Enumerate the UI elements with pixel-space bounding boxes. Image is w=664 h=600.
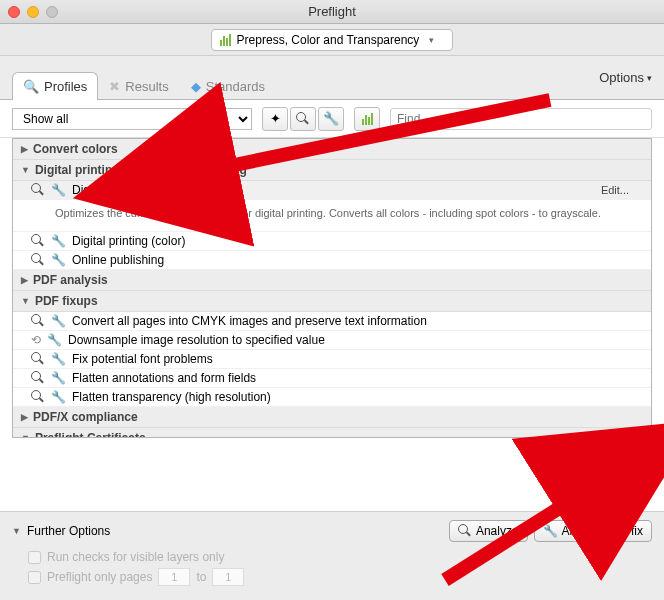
view-fixups-button[interactable]: 🔧 [318, 107, 344, 131]
item-label: Digital printing (B/W) [72, 183, 182, 197]
view-profiles-button[interactable]: ✦ [262, 107, 288, 131]
wrench-icon: 🔧 [51, 390, 66, 404]
options-label: Options [599, 70, 644, 85]
item-digital-printing-bw[interactable]: 🔧 Digital printing (B/W) Edit... [13, 181, 651, 200]
profiles-icon: 🔍 [23, 79, 39, 94]
item-label: Downsample image resolution to specified… [68, 333, 325, 347]
options-menu[interactable]: Options ▾ [599, 70, 652, 85]
tab-results-label: Results [125, 79, 168, 94]
magnifier-icon [31, 234, 45, 248]
wrench-icon: 🔧 [51, 371, 66, 385]
library-filter-button[interactable] [354, 107, 380, 131]
group-pdf-analysis[interactable]: ▶PDF analysis [13, 270, 651, 291]
magnifier-icon [296, 112, 310, 126]
analyze-and-fix-button[interactable]: 🔧Analyze and fix [534, 520, 652, 542]
check-visible-layers-label: Run checks for visible layers only [47, 550, 224, 564]
group-label: Preflight Certificate [35, 431, 146, 438]
view-checks-button[interactable] [290, 107, 316, 131]
wrench-icon: 🔧 [51, 352, 66, 366]
group-label: Convert colors [33, 142, 118, 156]
library-bar: Prepress, Color and Transparency ▾ [0, 24, 664, 56]
item-digital-printing-color[interactable]: 🔧Digital printing (color) [13, 232, 651, 251]
item-label: Digital printing (color) [72, 234, 185, 248]
magnifier-icon [31, 371, 45, 385]
wrench-icon: 🔧 [51, 234, 66, 248]
group-pdfx[interactable]: ▶PDF/X compliance [13, 407, 651, 428]
filter-dropdown[interactable]: Show all [12, 108, 252, 130]
group-label: Digital printing and online publishing [35, 163, 247, 177]
magnifier-icon [31, 183, 45, 197]
tab-standards[interactable]: ◆ Standards [180, 72, 276, 100]
expand-icon: ▼ [21, 165, 30, 175]
check-preflight-pages-label: Preflight only pages [47, 570, 152, 584]
further-options-label: Further Options [27, 524, 110, 538]
item-description: Optimizes the current PDF document for d… [13, 200, 651, 232]
star-wrench-icon: ✦ [270, 111, 281, 126]
tab-profiles-label: Profiles [44, 79, 87, 94]
profile-tree[interactable]: ▶Convert colors ▼Digital printing and on… [12, 138, 652, 438]
standards-icon: ◆ [191, 79, 201, 94]
expand-icon[interactable]: ▼ [12, 526, 21, 536]
magnifier-icon [31, 314, 45, 328]
item-downsample[interactable]: ⟲🔧Downsample image resolution to specifi… [13, 331, 651, 350]
expand-icon: ▼ [21, 433, 30, 438]
window-title: Preflight [0, 4, 664, 19]
tab-standards-label: Standards [206, 79, 265, 94]
group-preflight-cert[interactable]: ▼Preflight Certificate [13, 428, 651, 438]
page-from-input [158, 568, 190, 586]
item-label: Flatten transparency (high resolution) [72, 390, 271, 404]
edit-link[interactable]: Edit... [601, 184, 643, 196]
wrench-icon: 🔧 [51, 314, 66, 328]
group-pdf-fixups[interactable]: ▼PDF fixups [13, 291, 651, 312]
wrench-icon: 🔧 [51, 253, 66, 267]
analyze-button[interactable]: Analyze [449, 520, 528, 542]
find-input[interactable] [390, 108, 652, 130]
group-label: PDF fixups [35, 294, 98, 308]
library-dropdown[interactable]: Prepress, Color and Transparency ▾ [211, 29, 454, 51]
library-icon [220, 34, 231, 46]
footer: ▼ Further Options Analyze 🔧Analyze and f… [0, 511, 664, 600]
magnifier-icon [31, 390, 45, 404]
item-font[interactable]: 🔧Fix potential font problems [13, 350, 651, 369]
group-digital-printing[interactable]: ▼Digital printing and online publishing [13, 160, 651, 181]
magnifier-icon [31, 253, 45, 267]
item-online-publishing[interactable]: 🔧Online publishing [13, 251, 651, 270]
results-icon: ✖ [109, 79, 120, 94]
group-label: PDF analysis [33, 273, 108, 287]
chevron-down-icon: ▾ [429, 35, 434, 45]
wrench-icon: 🔧 [47, 333, 62, 347]
check-preflight-pages-row: Preflight only pages to [28, 568, 652, 586]
group-label: PDF/X compliance [33, 410, 138, 424]
item-flatten-transparency[interactable]: 🔧Flatten transparency (high resolution) [13, 388, 651, 407]
window-titlebar: Preflight [0, 0, 664, 24]
check-visible-layers-row: Run checks for visible layers only [28, 550, 652, 564]
page-to-input [212, 568, 244, 586]
item-label: Convert all pages into CMYK images and p… [72, 314, 427, 328]
wrench-icon: 🔧 [51, 183, 66, 197]
downsample-icon: ⟲ [31, 333, 41, 347]
item-label: Fix potential font problems [72, 352, 213, 366]
item-cmyk[interactable]: 🔧Convert all pages into CMYK images and … [13, 312, 651, 331]
bars-icon [362, 113, 373, 125]
analyze-fix-label: Analyze and fix [562, 524, 643, 538]
collapse-icon: ▶ [21, 144, 28, 154]
toolbar: Show all ✦ 🔧 [0, 100, 664, 138]
chevron-down-icon: ▾ [647, 73, 652, 83]
item-label: Flatten annotations and form fields [72, 371, 256, 385]
view-mode-group: ✦ 🔧 [262, 107, 344, 131]
magnifier-icon [458, 524, 472, 538]
analyze-label: Analyze [476, 524, 519, 538]
item-label: Online publishing [72, 253, 164, 267]
collapse-icon: ▶ [21, 412, 28, 422]
group-convert-colors[interactable]: ▶Convert colors [13, 139, 651, 160]
to-label: to [196, 570, 206, 584]
wrench-icon: 🔧 [323, 111, 339, 126]
tab-bar: 🔍 Profiles ✖ Results ◆ Standards Options… [0, 56, 664, 100]
magnifier-icon [31, 352, 45, 366]
collapse-icon: ▶ [21, 275, 28, 285]
item-flatten-annotations[interactable]: 🔧Flatten annotations and form fields [13, 369, 651, 388]
expand-icon: ▼ [21, 296, 30, 306]
tab-results[interactable]: ✖ Results [98, 72, 179, 100]
tab-profiles[interactable]: 🔍 Profiles [12, 72, 98, 100]
check-visible-layers [28, 551, 41, 564]
